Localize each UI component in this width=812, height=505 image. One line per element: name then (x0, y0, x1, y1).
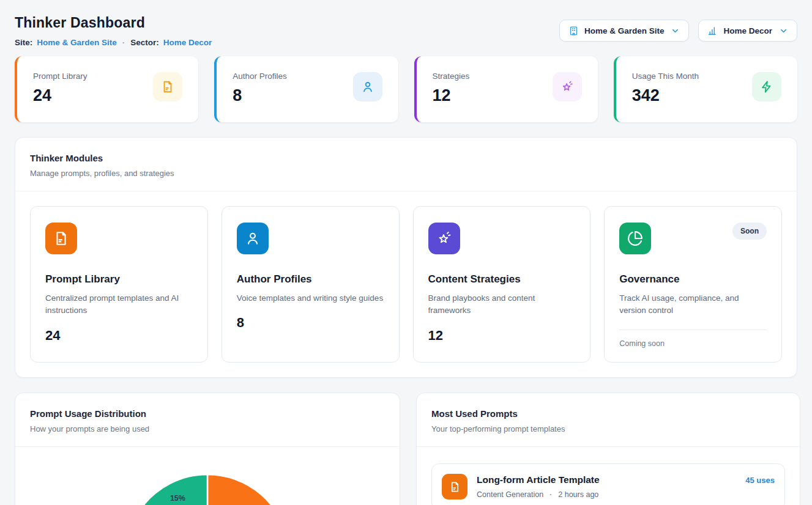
prompt-usage-card: Prompt Usage Distribution How your promp… (15, 393, 400, 505)
donut-segment-label: 15% (170, 494, 185, 503)
user-icon (237, 223, 269, 254)
usage-card-title: Prompt Usage Distribution (30, 408, 385, 419)
prompt-item-category: Content Generation (477, 490, 543, 499)
sector-link[interactable]: Home Decor (163, 38, 212, 47)
sector-selector-label: Home Decor (723, 26, 772, 35)
module-card-author-profiles[interactable]: Author Profiles Voice templates and writ… (222, 206, 400, 363)
usage-card-header: Prompt Usage Distribution How your promp… (15, 393, 400, 447)
module-card-prompt-library[interactable]: Prompt Library Centralized prompt templa… (30, 206, 208, 363)
bottom-row: Prompt Usage Distribution How your promp… (15, 393, 797, 505)
dashboard-page: Thinker Dashboard Site: Home & Garden Si… (0, 0, 812, 505)
document-icon (153, 72, 182, 101)
module-title: Content Strategies (428, 273, 576, 286)
donut-segment (207, 474, 289, 505)
stat-cards-row: Prompt Library 24 Author Profiles 8 Stra… (15, 56, 797, 122)
user-icon (353, 72, 382, 101)
pie-chart-icon (619, 223, 651, 254)
breadcrumb: Site: Home & Garden Site · Sector: Home … (15, 38, 212, 47)
sparkle-star-icon (553, 72, 582, 101)
prompts-card-header: Most Used Prompts Your top-performing pr… (417, 393, 800, 447)
module-stat: 12 (428, 328, 576, 344)
sparkle-star-icon (428, 223, 460, 254)
modules-panel-title: Thinker Modules (30, 153, 782, 163)
document-icon (45, 223, 77, 254)
thinker-modules-panel: Thinker Modules Manage prompts, profiles… (15, 137, 797, 378)
module-description: Centralized prompt templates and AI inst… (45, 292, 193, 317)
prompts-card-title: Most Used Prompts (431, 408, 785, 419)
stat-card-usage: Usage This Month 342 (614, 56, 797, 122)
module-title: Prompt Library (45, 273, 193, 286)
site-selector-dropdown[interactable]: Home & Garden Site (559, 20, 690, 42)
site-selector-label: Home & Garden Site (584, 26, 665, 35)
prompt-item-uses: 45 uses (745, 476, 775, 485)
header-left: Thinker Dashboard Site: Home & Garden Si… (15, 15, 212, 47)
module-card-content-strategies[interactable]: Content Strategies Brand playbooks and c… (413, 206, 591, 363)
meta-separator: · (548, 490, 553, 499)
stat-card-strategies: Strategies 12 (414, 56, 598, 122)
modules-panel-header: Thinker Modules Manage prompts, profiles… (15, 138, 797, 191)
coming-soon-note: Coming soon (619, 339, 767, 348)
chevron-down-icon (779, 26, 788, 35)
modules-panel-subtitle: Manage prompts, profiles, and strategies (30, 169, 782, 178)
prompt-item-text: Long-form Article Template Content Gener… (477, 474, 600, 499)
prompt-item-time: 2 hours ago (558, 490, 598, 499)
bar-chart-icon (707, 26, 718, 36)
prompt-list: Long-form Article Template Content Gener… (417, 447, 800, 505)
module-stat: 8 (237, 315, 384, 331)
module-title: Governance (619, 273, 767, 286)
most-used-prompts-card: Most Used Prompts Your top-performing pr… (416, 393, 800, 505)
stat-card-author-profiles: Author Profiles 8 (214, 56, 398, 122)
prompt-item-meta: Content Generation · 2 hours ago (477, 490, 600, 499)
module-description: Brand playbooks and content frameworks (428, 292, 576, 317)
site-link[interactable]: Home & Garden Site (37, 38, 117, 47)
module-description: Track AI usage, compliance, and version … (619, 292, 767, 317)
document-icon (442, 474, 467, 499)
module-card-governance[interactable]: Soon Governance Track AI usage, complian… (604, 206, 782, 363)
site-label: Site: (15, 38, 32, 47)
usage-card-subtitle: How your prompts are being used (30, 424, 385, 433)
header-selectors: Home & Garden Site Home Decor (559, 20, 797, 42)
breadcrumb-separator: · (121, 38, 127, 47)
page-title: Thinker Dashboard (15, 15, 212, 31)
soon-badge: Soon (732, 223, 767, 240)
chevron-down-icon (671, 26, 680, 35)
module-description: Voice templates and writing style guides (237, 292, 384, 304)
sector-selector-dropdown[interactable]: Home Decor (698, 20, 797, 42)
module-stat: 24 (45, 328, 193, 344)
stat-card-prompt-library: Prompt Library 24 (15, 56, 198, 122)
building-icon (568, 26, 579, 36)
module-divider (619, 330, 767, 330)
prompts-card-subtitle: Your top-performing prompt templates (431, 424, 785, 433)
zap-icon (752, 72, 781, 101)
prompt-usage-donut: 15% (15, 447, 400, 505)
prompt-item-title: Long-form Article Template (477, 474, 600, 485)
sector-label: Sector: (130, 38, 159, 47)
page-header: Thinker Dashboard Site: Home & Garden Si… (15, 0, 797, 47)
prompt-list-item[interactable]: Long-form Article Template Content Gener… (431, 463, 785, 505)
module-title: Author Profiles (237, 273, 384, 286)
modules-grid: Prompt Library Centralized prompt templa… (15, 191, 797, 377)
